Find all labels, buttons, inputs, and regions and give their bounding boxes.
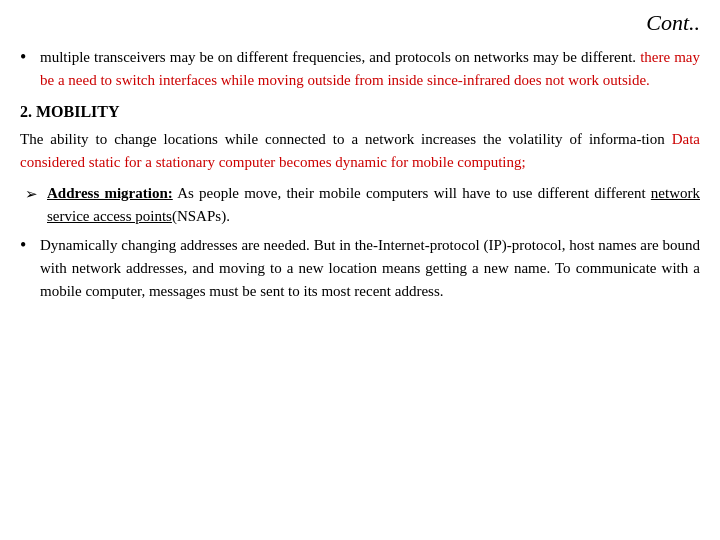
address-migration-newline: different — [594, 185, 651, 201]
bullet-text-2: Dynamically changing addresses are neede… — [40, 234, 700, 304]
bullet-section-1: • multiple transceivers may be on differ… — [20, 46, 700, 93]
bullet-section-2: • Dynamically changing addresses are nee… — [20, 234, 700, 304]
bullet-item-1: • multiple transceivers may be on differ… — [20, 46, 700, 93]
arrow-item-address: ➢ Address migration: As people move, the… — [25, 182, 700, 229]
bullet-text-1: multiple transceivers may be on differen… — [40, 46, 700, 93]
arrow-text-address: Address migration: As people move, their… — [47, 182, 700, 229]
paragraph-black-1: The ability to change locations while co… — [20, 131, 665, 147]
address-migration-label: Address migration: — [47, 185, 173, 201]
address-migration-body: As people move, their mobile computers w… — [177, 185, 589, 201]
address-migration-suffix: (NSAPs). — [172, 208, 230, 224]
page-title: Cont.. — [20, 10, 700, 36]
paragraph-mobility: The ability to change locations while co… — [20, 128, 700, 175]
arrow-symbol: ➢ — [25, 183, 47, 206]
bullet-item-2: • Dynamically changing addresses are nee… — [20, 234, 700, 304]
bullet-dot-2: • — [20, 232, 40, 260]
section-heading-mobility: 2. MOBILITY — [20, 103, 700, 121]
bullet-text-1-black: multiple transceivers may be on differen… — [40, 49, 636, 65]
bullet-dot-1: • — [20, 44, 40, 72]
page: Cont.. • multiple transceivers may be on… — [0, 0, 720, 540]
